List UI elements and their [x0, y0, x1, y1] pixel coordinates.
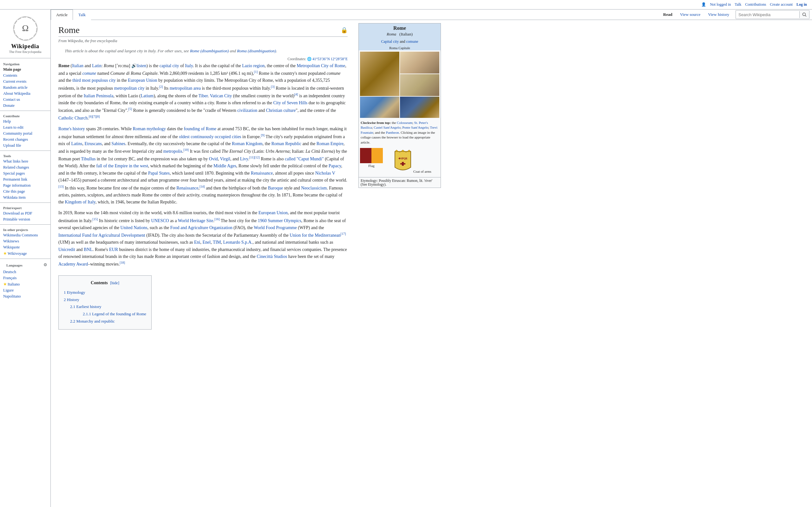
ref-9[interactable]: [9]: [261, 133, 264, 137]
link-metropolitan-area[interactable]: metropolitan area: [170, 86, 201, 90]
link-romes-history[interactable]: Rome's history: [58, 126, 85, 131]
sidebar-item-lang-ligure[interactable]: Ligure: [0, 287, 50, 293]
link-cinecitta[interactable]: Cinecittà Studios: [257, 254, 287, 259]
contents-link-etymology[interactable]: 1 Etymology: [64, 290, 85, 295]
sidebar-item-contact-us[interactable]: Contact us: [0, 97, 50, 103]
tab-article[interactable]: Article: [51, 9, 73, 20]
link-tiber[interactable]: Tiber: [199, 94, 208, 98]
sidebar-item-special-pages[interactable]: Special pages: [0, 170, 50, 176]
sidebar-item-random-article[interactable]: Random article: [0, 84, 50, 91]
ref-6[interactable]: [6]: [89, 115, 93, 118]
contributions-link[interactable]: Contributions: [745, 2, 766, 7]
link-italian-peninsula[interactable]: Italian Peninsula: [84, 94, 113, 98]
sidebar-item-upload-file[interactable]: Upload file: [0, 143, 50, 149]
sidebar-item-lang-napolitano[interactable]: Napolitano: [0, 293, 50, 299]
link-roman-empire[interactable]: Roman Empire: [316, 141, 344, 146]
ref-16[interactable]: [16]: [214, 217, 220, 221]
infobox-comune-link[interactable]: comune: [406, 39, 418, 44]
collage-link-castel[interactable]: Castel Sant'Angelo: [374, 125, 400, 129]
sidebar-item-main-page[interactable]: Main page: [0, 66, 50, 72]
ref-14[interactable]: [14]: [200, 185, 205, 188]
link-middle-ages[interactable]: Middle Ages: [213, 164, 236, 168]
link-founding-of-rome[interactable]: founding of Rome: [184, 126, 216, 131]
link-latin[interactable]: Latin: [92, 63, 101, 68]
sidebar-item-wikiquote[interactable]: Wikiquote: [0, 244, 50, 250]
flag-svg[interactable]: [360, 148, 383, 163]
link-livy[interactable]: Livy: [240, 157, 248, 161]
sidebar-item-wikivoyage[interactable]: ★Wikivoyage: [0, 250, 50, 257]
collage-link-ponte[interactable]: Ponte Sant'Angelo: [402, 125, 428, 129]
link-papacy[interactable]: Papacy: [328, 164, 341, 168]
link-wfp[interactable]: World Food Programme: [254, 225, 297, 230]
sidebar-item-wikimedia-commons[interactable]: Wikimedia Commons: [0, 232, 50, 238]
link-renaissance[interactable]: Renaissance: [251, 171, 273, 176]
link-sabines[interactable]: Sabines: [112, 141, 125, 146]
contents-link-earliest-history[interactable]: 2.1 Earliest history: [70, 304, 101, 309]
ref-11[interactable]: [11]: [249, 156, 254, 159]
link-eu[interactable]: European Union: [128, 78, 157, 83]
tab-view-source[interactable]: View source: [676, 9, 705, 20]
link-capital-city[interactable]: capital city: [159, 63, 179, 68]
link-world-heritage[interactable]: World Heritage Site: [178, 218, 213, 223]
link-leonardo[interactable]: Leonardo S.p.A.: [223, 240, 253, 245]
sidebar-item-page-information[interactable]: Page information: [0, 182, 50, 188]
contents-link-monarchy-republic[interactable]: 2.2 Monarchy and republic: [70, 319, 115, 324]
ref-12[interactable]: [12]: [254, 156, 260, 159]
ref-7[interactable]: [7]: [92, 115, 96, 118]
link-nicholas-v[interactable]: Nicholas V: [315, 171, 335, 176]
link-lazio[interactable]: Lazio region: [242, 63, 264, 68]
link-kingdom-of-italy[interactable]: Kingdom of Italy: [65, 200, 96, 205]
link-eni[interactable]: Eni: [194, 240, 200, 245]
ref-3[interactable]: [3]: [271, 85, 275, 89]
sidebar-item-contents[interactable]: Contents: [0, 72, 50, 78]
talk-link[interactable]: Talk: [734, 2, 741, 7]
sidebar-item-wikidata-item[interactable]: Wikidata item: [0, 194, 50, 201]
photo-ponte[interactable]: [360, 97, 399, 118]
ref-8[interactable]: [8]: [96, 115, 100, 118]
sidebar-item-permanent-link[interactable]: Permanent link: [0, 176, 50, 182]
link-eur[interactable]: EUR: [109, 247, 118, 252]
collage-link-colosseum[interactable]: Colosseum: [397, 121, 412, 124]
ref-10[interactable]: [10]: [183, 148, 189, 152]
link-listen[interactable]: listen: [137, 63, 146, 68]
hatnote-link-1[interactable]: Rome (disambiguation): [190, 49, 229, 53]
wikipedia-logo[interactable]: Ω: [13, 16, 38, 41]
link-tim[interactable]: TIM: [213, 240, 221, 245]
link-roman-mythology[interactable]: Roman mythology: [133, 126, 166, 131]
link-fao[interactable]: Food and Agriculture Organization: [170, 225, 233, 230]
collage-link-pantheon[interactable]: Pantheon: [386, 130, 399, 134]
sidebar-item-related-changes[interactable]: Related changes: [0, 164, 50, 170]
photo-st-peters[interactable]: [400, 52, 439, 73]
sidebar-item-donate[interactable]: Donate: [0, 103, 50, 109]
sidebar-item-what-links-here[interactable]: What links here: [0, 158, 50, 164]
link-baroque[interactable]: Baroque: [268, 185, 283, 190]
sidebar-item-printable-version[interactable]: Printable version: [0, 216, 50, 222]
sidebar-item-lang-italiano[interactable]: ★Italiano: [0, 281, 50, 287]
link-italy[interactable]: Italy: [185, 63, 193, 68]
sidebar-item-help[interactable]: Help: [0, 118, 50, 124]
link-catholic-church[interactable]: Catholic Church: [58, 116, 88, 120]
link-latium[interactable]: Latium: [141, 94, 154, 98]
link-academy-award[interactable]: Academy Award: [58, 262, 88, 267]
sidebar-item-current-events[interactable]: Current events: [0, 78, 50, 84]
sidebar-item-community-portal[interactable]: Community portal: [0, 130, 50, 136]
link-enel[interactable]: Enel: [203, 240, 211, 245]
link-eu-2[interactable]: European Union: [258, 210, 288, 215]
link-christian-culture[interactable]: Christian culture: [266, 108, 296, 113]
link-ufm[interactable]: Union for the Mediterranean: [290, 233, 341, 238]
gear-icon[interactable]: ⚙: [44, 262, 47, 268]
sidebar-item-cite-this-page[interactable]: Cite this page: [0, 188, 50, 194]
search-button[interactable]: [799, 11, 809, 18]
link-metropolitan-city-2[interactable]: metropolitan city: [114, 86, 145, 90]
sidebar-item-lang-deutsch[interactable]: Deutsch: [0, 269, 50, 275]
ref-2[interactable]: [2]: [159, 85, 163, 89]
link-1960-olympics[interactable]: 1960 Summer Olympics: [258, 218, 301, 223]
sidebar-item-learn-to-edit[interactable]: Learn to edit: [0, 124, 50, 130]
logo-title[interactable]: Wikipedia: [0, 43, 50, 50]
ref-18[interactable]: [18]: [120, 261, 125, 264]
tab-read[interactable]: Read: [659, 9, 676, 20]
link-comune[interactable]: comune: [83, 71, 96, 76]
sidebar-item-recent-changes[interactable]: Recent changes: [0, 136, 50, 143]
link-caput-mundi[interactable]: called "Caput Mundi": [285, 157, 324, 161]
link-metropolitan-city[interactable]: Metropolitan City of Rome: [297, 63, 345, 68]
